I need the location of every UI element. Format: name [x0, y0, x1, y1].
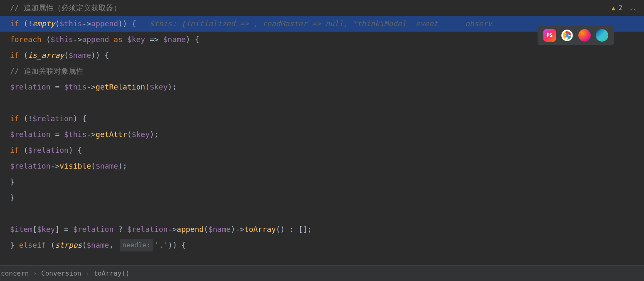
breadcrumb-item[interactable]: concern	[1, 268, 29, 279]
warning-icon: ▲	[612, 3, 615, 14]
code-line[interactable]: $item[$key] = $relation ? $relation->app…	[0, 221, 644, 237]
code-line[interactable]: }	[0, 190, 644, 206]
phpstorm-icon[interactable]	[543, 29, 556, 42]
firefox-icon[interactable]	[578, 29, 591, 42]
code-line[interactable]: if (!$relation) {	[0, 111, 644, 127]
parameter-hint: needle:	[120, 239, 153, 251]
edge-icon[interactable]	[596, 29, 608, 42]
breadcrumb-separator: ›	[33, 268, 37, 279]
chevron-up-icon[interactable]: ︿	[630, 2, 637, 14]
breadcrumb-separator: ›	[85, 268, 89, 279]
breadcrumb[interactable]: concern › Conversion › toArray()	[0, 265, 644, 281]
code-line[interactable]: } elseif (strpos($name, needle: '.')) {	[0, 237, 644, 253]
code-editor[interactable]: ▲ 2 ︿ // 追加属性（必须定义获取器） if (!empty($this-…	[0, 0, 644, 265]
code-line[interactable]	[0, 95, 644, 111]
code-line[interactable]: }	[0, 174, 644, 190]
inline-value-hint: $this: {initialized => , readMaster => n…	[150, 17, 407, 30]
code-line[interactable]: $relation = $this->getAttr($key);	[0, 127, 644, 142]
code-line[interactable]	[0, 206, 644, 221]
chrome-icon[interactable]	[561, 29, 573, 42]
code-line[interactable]: $relation = $this->getRelation($key);	[0, 79, 644, 95]
code-line[interactable]: if (is_array($name)) {	[0, 47, 644, 63]
code-line[interactable]: // 追加关联对象属性	[0, 63, 644, 79]
breadcrumb-item[interactable]: Conversion	[41, 268, 81, 279]
scrollbar[interactable]	[639, 12, 644, 265]
problems-indicator[interactable]: ▲ 2 ︿	[612, 2, 637, 14]
code-line[interactable]: $relation->visible($name);	[0, 158, 644, 174]
warning-count: 2	[619, 3, 622, 14]
svg-point-3	[566, 34, 568, 37]
breadcrumb-item[interactable]: toArray()	[94, 268, 130, 279]
app-switcher	[538, 26, 614, 45]
code-line[interactable]: // 追加属性（必须定义获取器）	[0, 0, 644, 16]
code-line[interactable]: if ($relation) {	[0, 142, 644, 158]
